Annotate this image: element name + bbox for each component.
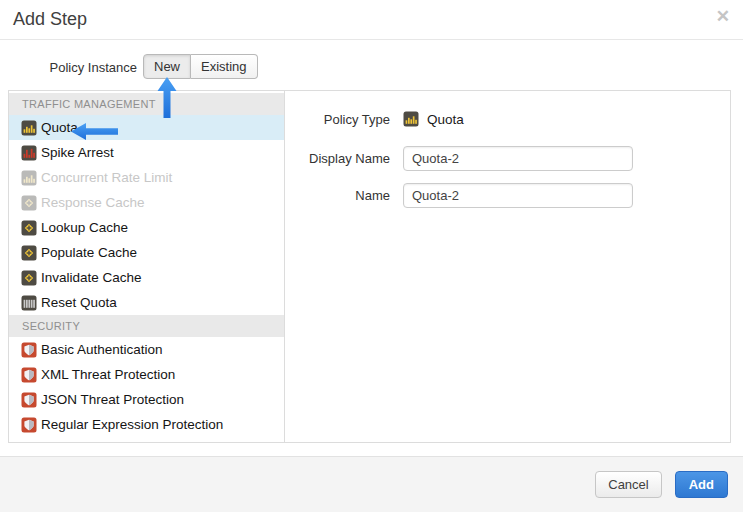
shield-icon bbox=[21, 342, 37, 358]
list-item-label: Basic Authentication bbox=[41, 342, 163, 357]
close-icon[interactable]: ✕ bbox=[716, 7, 730, 27]
policy-instance-toggle: New Existing bbox=[143, 54, 258, 79]
name-label: Name bbox=[285, 188, 390, 203]
list-item: Concurrent Rate Limit bbox=[9, 165, 284, 190]
display-name-row: Display Name bbox=[285, 146, 730, 171]
list-item-label: Spike Arrest bbox=[41, 145, 114, 160]
spike-arrest-icon bbox=[21, 145, 37, 161]
list-item-label: Quota bbox=[41, 120, 78, 135]
list-item-label: Invalidate Cache bbox=[41, 270, 142, 285]
concurrent-rate-limit-icon bbox=[21, 170, 37, 186]
policy-type-text: Quota bbox=[427, 112, 464, 127]
quota-icon bbox=[403, 111, 419, 127]
list-item-label: Response Cache bbox=[41, 195, 145, 210]
policy-type-label: Policy Type bbox=[285, 112, 390, 127]
list-item[interactable]: Lookup Cache bbox=[9, 215, 284, 240]
list-item-label: Regular Expression Protection bbox=[41, 417, 223, 432]
dialog-header: Add Step ✕ bbox=[0, 0, 743, 40]
shield-icon bbox=[21, 417, 37, 433]
list-item[interactable]: JSON Threat Protection bbox=[9, 387, 284, 412]
response-cache-icon bbox=[21, 195, 37, 211]
shield-icon bbox=[21, 367, 37, 383]
populate-cache-icon bbox=[21, 245, 37, 261]
invalidate-cache-icon bbox=[21, 270, 37, 286]
dialog-title: Add Step bbox=[13, 9, 87, 30]
list-item[interactable]: Invalidate Cache bbox=[9, 265, 284, 290]
list-item[interactable]: Populate Cache bbox=[9, 240, 284, 265]
policy-instance-new-button[interactable]: New bbox=[143, 54, 191, 79]
lookup-cache-icon bbox=[21, 220, 37, 236]
name-row: Name bbox=[285, 183, 730, 208]
add-step-dialog: Add Step ✕ Policy Instance New Existing … bbox=[0, 0, 743, 512]
list-item-label: Lookup Cache bbox=[41, 220, 128, 235]
policy-type-row: Policy Type Quota bbox=[285, 111, 730, 127]
list-item-label: XML Threat Protection bbox=[41, 367, 175, 382]
category-header: SECURITY bbox=[9, 315, 284, 337]
content-box: TRAFFIC MANAGEMENTQuotaSpike ArrestConcu… bbox=[8, 90, 731, 443]
dialog-footer: Cancel Add bbox=[0, 456, 743, 512]
list-item-label: JSON Threat Protection bbox=[41, 392, 184, 407]
list-item-label: Reset Quota bbox=[41, 295, 117, 310]
policy-type-value: Quota bbox=[403, 111, 464, 127]
list-item-label: Populate Cache bbox=[41, 245, 137, 260]
shield-icon bbox=[21, 392, 37, 408]
add-button[interactable]: Add bbox=[675, 471, 728, 498]
list-item[interactable]: Regular Expression Protection bbox=[9, 412, 284, 437]
list-item: Response Cache bbox=[9, 190, 284, 215]
name-input[interactable] bbox=[403, 183, 633, 208]
list-item-label: Concurrent Rate Limit bbox=[41, 170, 172, 185]
list-item[interactable]: Reset Quota bbox=[9, 290, 284, 315]
display-name-label: Display Name bbox=[285, 151, 390, 166]
list-item[interactable]: Spike Arrest bbox=[9, 140, 284, 165]
policy-instance-label: Policy Instance bbox=[0, 60, 137, 75]
policy-details-panel: Policy Type Quota Display Name Name bbox=[285, 91, 730, 442]
list-item[interactable]: XML Threat Protection bbox=[9, 362, 284, 387]
display-name-input[interactable] bbox=[403, 146, 633, 171]
cancel-button[interactable]: Cancel bbox=[595, 471, 661, 498]
policy-instance-existing-button[interactable]: Existing bbox=[191, 54, 258, 79]
reset-quota-icon bbox=[21, 295, 37, 311]
policy-catalog-list: TRAFFIC MANAGEMENTQuotaSpike ArrestConcu… bbox=[9, 91, 285, 442]
list-item[interactable]: Quota bbox=[9, 115, 284, 140]
list-item[interactable]: Basic Authentication bbox=[9, 337, 284, 362]
quota-icon bbox=[21, 120, 37, 136]
category-header: TRAFFIC MANAGEMENT bbox=[9, 93, 284, 115]
